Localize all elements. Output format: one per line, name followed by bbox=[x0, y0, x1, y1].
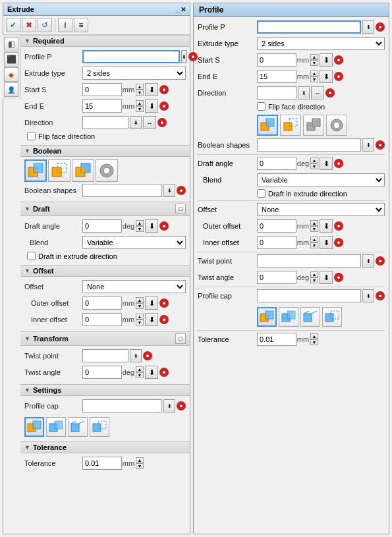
left-sidebar-icon1[interactable]: ◧ bbox=[4, 37, 18, 51]
outer-offset-down-arrow[interactable]: ⬇ bbox=[145, 297, 158, 310]
draft-angle-reset[interactable]: ● bbox=[159, 221, 169, 231]
right-direction-dropdown[interactable]: ⬇ bbox=[298, 86, 310, 99]
twist-point-input[interactable] bbox=[82, 349, 128, 362]
boolean-shape-btn-3[interactable] bbox=[72, 159, 94, 182]
boolean-shapes-input[interactable] bbox=[82, 184, 162, 197]
twist-point-reset[interactable]: ● bbox=[143, 351, 152, 360]
twist-angle-input[interactable] bbox=[82, 366, 122, 379]
right-inner-offset-reset[interactable]: ● bbox=[334, 238, 343, 247]
outer-offset-up[interactable]: ▲ bbox=[136, 297, 144, 303]
right-outer-offset-icon[interactable]: ⬇ bbox=[320, 219, 333, 233]
start-s-down-arrow[interactable]: ⬇ bbox=[145, 83, 158, 96]
right-start-s-reset[interactable]: ● bbox=[334, 55, 343, 65]
minimize-btn[interactable]: _ bbox=[175, 6, 179, 13]
right-boolean-btn-1[interactable] bbox=[257, 115, 278, 136]
inner-offset-up[interactable]: ▲ bbox=[136, 314, 144, 320]
right-twist-point-reset[interactable]: ● bbox=[376, 256, 385, 266]
right-boolean-shapes-input[interactable] bbox=[257, 138, 361, 152]
right-direction-reset[interactable]: ● bbox=[325, 88, 335, 98]
right-direction-icon[interactable]: ↔ bbox=[311, 86, 324, 99]
right-end-e-down[interactable]: ▼ bbox=[310, 76, 318, 82]
tolerance-spinner[interactable]: ▲ ▼ bbox=[136, 457, 144, 469]
preview-button[interactable]: ↺ bbox=[38, 18, 52, 32]
flip-face-checkbox[interactable] bbox=[27, 132, 36, 140]
direction-icon[interactable]: ↔ bbox=[143, 116, 156, 129]
right-twist-angle-up[interactable]: ▲ bbox=[310, 271, 318, 277]
cap-shape-btn-2[interactable] bbox=[46, 417, 66, 437]
profile-p-dropdown[interactable]: ⬇ bbox=[181, 50, 187, 63]
boolean-shapes-reset[interactable]: ● bbox=[177, 186, 186, 195]
twist-angle-reset[interactable]: ● bbox=[159, 368, 169, 377]
right-twist-point-dropdown[interactable]: ⬇ bbox=[362, 254, 374, 268]
draft-angle-down[interactable]: ▼ bbox=[136, 226, 144, 232]
start-s-reset[interactable]: ● bbox=[159, 85, 169, 94]
inner-offset-down[interactable]: ▼ bbox=[136, 320, 144, 325]
right-twist-angle-spinner[interactable]: ▲ ▼ bbox=[310, 271, 318, 283]
end-e-input[interactable] bbox=[82, 99, 122, 113]
right-draft-angle-input[interactable] bbox=[257, 157, 296, 170]
right-draft-in-extrude-checkbox[interactable] bbox=[257, 189, 266, 198]
cancel-button[interactable]: ✖ bbox=[22, 18, 36, 32]
right-profile-p-input[interactable] bbox=[257, 20, 361, 34]
profile-p-input[interactable] bbox=[82, 50, 180, 63]
profile-p-reset[interactable]: ● bbox=[188, 52, 198, 61]
right-start-s-input[interactable] bbox=[257, 53, 296, 67]
start-s-up[interactable]: ▲ bbox=[136, 84, 144, 90]
cap-shape-btn-1[interactable] bbox=[24, 417, 44, 437]
end-e-spinner[interactable]: ▲ ▼ bbox=[136, 100, 144, 112]
draft-in-extrude-checkbox[interactable] bbox=[27, 252, 36, 260]
right-extrude-type-select[interactable]: 2 sides bbox=[257, 37, 385, 50]
draft-angle-down-arrow[interactable]: ⬇ bbox=[145, 219, 158, 233]
twist-angle-spinner[interactable]: ▲ ▼ bbox=[136, 366, 144, 378]
right-twist-point-input[interactable] bbox=[257, 254, 361, 268]
right-blend-select[interactable]: Variable bbox=[257, 173, 385, 186]
start-s-down[interactable]: ▼ bbox=[136, 90, 144, 96]
inner-offset-reset[interactable]: ● bbox=[159, 315, 169, 324]
right-start-s-icon[interactable]: ⬇ bbox=[320, 53, 333, 67]
right-offset-select[interactable]: None Outward bbox=[257, 203, 385, 216]
right-twist-angle-input[interactable] bbox=[257, 271, 296, 284]
outer-offset-down[interactable]: ▼ bbox=[136, 303, 144, 309]
boolean-shape-btn-4[interactable] bbox=[96, 159, 118, 182]
right-boolean-dropdown[interactable]: ⬇ bbox=[362, 138, 374, 152]
right-outer-offset-reset[interactable]: ● bbox=[334, 221, 343, 231]
inner-offset-spinner[interactable]: ▲ ▼ bbox=[136, 314, 144, 325]
right-twist-angle-down[interactable]: ▼ bbox=[310, 277, 318, 283]
right-profile-p-dropdown[interactable]: ⬇ bbox=[362, 20, 374, 34]
ok-button[interactable]: ✔ bbox=[6, 18, 20, 32]
right-boolean-btn-3[interactable] bbox=[303, 115, 324, 136]
profile-cap-reset[interactable]: ● bbox=[177, 401, 186, 410]
start-s-input[interactable] bbox=[82, 83, 122, 96]
tolerance-up[interactable]: ▲ bbox=[136, 457, 144, 463]
end-e-down-arrow[interactable]: ⬇ bbox=[145, 99, 158, 113]
left-sidebar-icon3[interactable]: ◆ bbox=[4, 67, 18, 82]
right-boolean-btn-4[interactable] bbox=[326, 115, 347, 136]
extrude-type-select[interactable]: 2 sides 1 side Symmetric bbox=[82, 67, 186, 80]
boolean-shape-btn-1[interactable] bbox=[24, 159, 47, 182]
right-boolean-reset[interactable]: ● bbox=[376, 140, 385, 150]
right-outer-offset-spinner[interactable]: ▲ ▼ bbox=[310, 220, 318, 232]
inner-offset-down-arrow[interactable]: ⬇ bbox=[145, 313, 158, 326]
cap-shape-btn-4[interactable] bbox=[90, 417, 109, 437]
tolerance-down[interactable]: ▼ bbox=[136, 463, 144, 469]
right-inner-offset-down[interactable]: ▼ bbox=[310, 242, 318, 248]
twist-angle-up[interactable]: ▲ bbox=[136, 366, 144, 372]
right-boolean-btn-2[interactable] bbox=[280, 115, 301, 136]
twist-angle-down[interactable]: ▼ bbox=[136, 372, 144, 378]
right-draft-angle-icon[interactable]: ⬇ bbox=[320, 157, 333, 170]
right-draft-angle-spinner[interactable]: ▲ ▼ bbox=[310, 157, 318, 169]
right-tolerance-up[interactable]: ▲ bbox=[310, 333, 318, 339]
right-draft-angle-reset[interactable]: ● bbox=[334, 159, 343, 168]
right-profile-cap-reset[interactable]: ● bbox=[376, 291, 385, 300]
right-outer-offset-down[interactable]: ▼ bbox=[310, 226, 318, 232]
right-end-e-reset[interactable]: ● bbox=[334, 72, 343, 81]
right-twist-angle-reset[interactable]: ● bbox=[334, 273, 343, 282]
left-sidebar-icon4[interactable]: 👤 bbox=[4, 82, 18, 97]
tolerance-input[interactable] bbox=[82, 457, 122, 470]
right-tolerance-spinner[interactable]: ▲ ▼ bbox=[310, 333, 318, 345]
info-button[interactable]: i bbox=[58, 18, 72, 32]
right-profile-cap-dropdown[interactable]: ⬇ bbox=[362, 289, 374, 302]
right-twist-angle-icon[interactable]: ⬇ bbox=[320, 271, 333, 284]
right-start-s-up[interactable]: ▲ bbox=[310, 54, 318, 60]
right-start-s-spinner[interactable]: ▲ ▼ bbox=[310, 54, 318, 66]
